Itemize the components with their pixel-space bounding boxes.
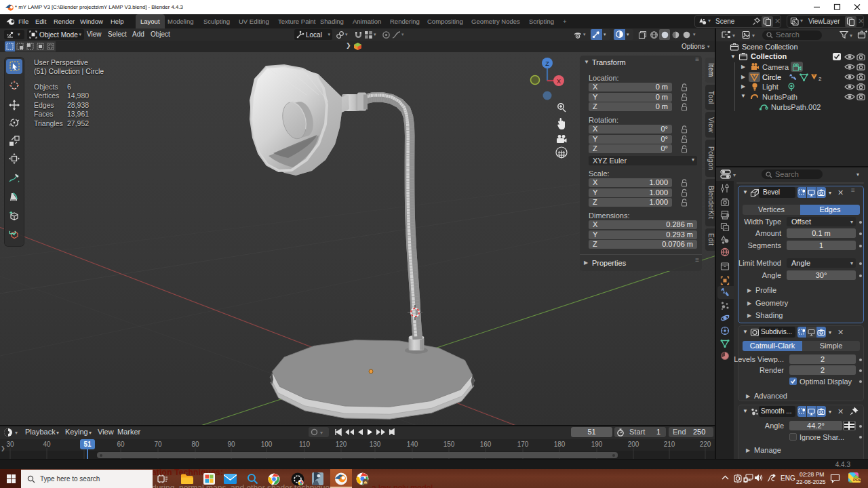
svg-text:X: X bbox=[557, 78, 561, 85]
svg-text:Z: Z bbox=[545, 60, 549, 67]
svg-text:▾: ▾ bbox=[732, 33, 735, 39]
svg-text:▾: ▾ bbox=[752, 33, 755, 39]
svg-text:▾: ▾ bbox=[850, 33, 852, 39]
svg-text:▾: ▾ bbox=[320, 430, 323, 436]
svg-text:▾: ▾ bbox=[733, 172, 736, 178]
svg-text:▾: ▾ bbox=[15, 430, 18, 436]
